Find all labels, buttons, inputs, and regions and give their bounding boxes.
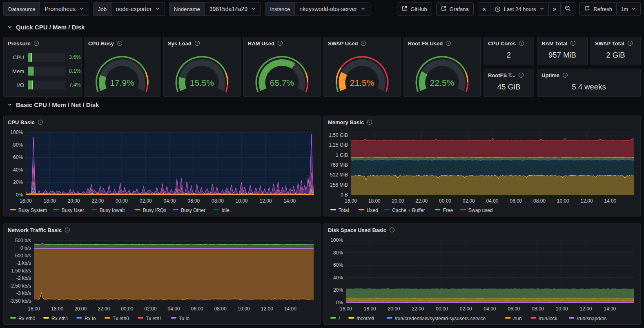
time-shift-back-button[interactable]: « <box>478 3 490 15</box>
filter-value-dropdown-job[interactable]: node-exporter <box>111 2 165 16</box>
legend-item-tx-lo[interactable]: Tx lo <box>179 316 189 321</box>
panel-title[interactable]: CPU Cores <box>488 40 516 47</box>
legend-item-idle[interactable]: Idle <box>222 208 230 213</box>
legend-item-tx-eth1[interactable]: Tx eth1 <box>146 316 162 321</box>
x-axis-tick: 12:00 <box>579 306 592 312</box>
x-axis-tick: 08:00 <box>533 198 546 204</box>
double-chevron-right-icon: » <box>553 6 557 12</box>
link-label: GitHub <box>410 6 427 12</box>
legend-item--run-credentials-systemd-sysusers-service[interactable]: /run/credentials/systemd-sysusers.servic… <box>395 316 486 321</box>
refresh-button[interactable]: Refresh <box>580 3 617 15</box>
info-icon[interactable] <box>519 40 524 46</box>
x-axis-tick: 04:00 <box>484 306 496 312</box>
info-icon[interactable] <box>627 40 633 46</box>
info-icon[interactable] <box>65 227 70 233</box>
panel-rootfs-used: Root FS Used22.5% <box>403 37 481 97</box>
memory-basic-svg: 0 B256 MiB512 MiB768 MiB1 GiB1.25 GiB1.5… <box>324 116 640 215</box>
panel-header: Pressure <box>4 37 81 49</box>
info-icon[interactable] <box>446 40 451 46</box>
section-basic-cpu-mem-net-disk[interactable]: Basic CPU / Mem / Net / Disk <box>7 101 99 108</box>
legend-item-cache-buffer[interactable]: Cache + Buffer <box>392 208 425 213</box>
refresh-icon <box>584 5 590 13</box>
legend-item-total[interactable]: Total <box>339 208 349 213</box>
legend-item--run-lock[interactable]: /run/lock <box>539 316 557 321</box>
x-axis-tick: 00:00 <box>436 306 448 312</box>
time-shift-forward-button[interactable]: » <box>549 3 561 15</box>
legend-item--run-snapd-ns[interactable]: /run/snapd/ns <box>577 316 607 321</box>
y-axis-tick: 768 MiB <box>330 162 348 168</box>
panel-header: RootFS T... <box>484 69 534 80</box>
chevron-down-icon <box>251 6 256 12</box>
panel-title[interactable]: RootFS T... <box>488 72 515 78</box>
panel-title[interactable]: RAM Used <box>248 40 274 47</box>
legend-item--[interactable]: / <box>339 316 340 321</box>
legend-item--run[interactable]: /run <box>513 316 522 321</box>
info-icon[interactable] <box>389 227 395 233</box>
y-axis-tick: 1.25 GiB <box>329 142 348 148</box>
stat-value: 45 GiB <box>484 80 534 96</box>
x-axis-tick: 04:00 <box>167 306 180 312</box>
time-range-picker[interactable]: Last 24 hours <box>490 3 549 15</box>
panel-title[interactable]: Uptime <box>541 72 559 78</box>
filter-value-dropdown-datasource[interactable]: Prometheus <box>40 2 88 16</box>
panel-title[interactable]: Sys Load <box>168 40 192 47</box>
legend-item-used[interactable]: Used <box>367 208 378 213</box>
legend-item-rx-eth0[interactable]: Rx eth0 <box>18 316 36 321</box>
legend-item-swap-used[interactable]: Swap used <box>468 208 492 213</box>
filter-value-dropdown-instance[interactable]: nkeysworld-obs-server <box>295 2 370 16</box>
info-icon[interactable] <box>117 40 123 46</box>
panel-title[interactable]: Root FS Used <box>408 40 443 47</box>
grafana-link-button[interactable]: Grafana <box>436 2 474 16</box>
github-link-button[interactable]: GitHub <box>397 2 432 16</box>
info-icon[interactable] <box>570 40 576 46</box>
panel-title[interactable]: Pressure <box>8 40 31 47</box>
x-axis-tick: 02:00 <box>140 198 152 204</box>
y-axis-tick: 20% <box>333 287 343 293</box>
stat-value: 957 MiB <box>537 49 587 65</box>
legend-item-busy-user[interactable]: Busy User <box>62 208 84 213</box>
y-axis-tick: -2 kb/s <box>16 275 31 281</box>
legend-item-busy-system[interactable]: Busy System <box>18 208 47 213</box>
info-icon[interactable] <box>361 40 366 46</box>
external-link-icon <box>402 6 407 12</box>
panel-title[interactable]: RAM Total <box>541 40 567 47</box>
toolbar-right: GitHubGrafana « Last 24 hours » <box>397 2 641 16</box>
zoom-out-time-button[interactable] <box>561 3 575 15</box>
info-icon[interactable] <box>562 72 568 78</box>
panel-title[interactable]: SWAP Total <box>595 40 624 47</box>
legend-item-busy-irqs[interactable]: Busy IRQs <box>143 208 166 213</box>
panel-header: SWAP Total <box>591 37 640 49</box>
info-icon[interactable] <box>194 40 200 46</box>
x-axis-tick: 12:00 <box>259 198 272 204</box>
info-icon[interactable] <box>277 40 283 46</box>
legend-item-busy-other[interactable]: Busy Other <box>181 208 205 213</box>
refresh-interval-picker[interactable]: 1m <box>617 3 640 15</box>
legend-item-rx-lo[interactable]: Rx lo <box>85 316 96 321</box>
info-icon[interactable] <box>367 119 372 125</box>
panel-title[interactable]: SWAP Used <box>328 40 358 47</box>
filter-value-dropdown-nodename[interactable]: 39815da14a29 <box>205 2 261 16</box>
legend-item-free[interactable]: Free <box>443 208 453 213</box>
section-quick-cpu-mem-disk[interactable]: Quick CPU / Mem / Disk <box>7 24 85 31</box>
x-axis-tick: 16:00 <box>345 198 357 204</box>
info-icon[interactable] <box>33 40 39 46</box>
panel-header: RAM Total <box>537 37 587 49</box>
legend-item--boot-efi[interactable]: /boot/efi <box>357 316 374 321</box>
x-axis-tick: 08:00 <box>532 306 544 312</box>
legend-item-tx-eth0[interactable]: Tx eth0 <box>113 316 129 321</box>
pressure-label: Mem <box>9 68 24 74</box>
gauge-value: 17.9% <box>110 78 134 87</box>
filter-label: Datasource <box>4 2 40 16</box>
panel-title[interactable]: CPU Busy <box>88 40 114 47</box>
x-axis-tick: 12:00 <box>261 306 273 312</box>
panel-header: CPU Cores <box>484 37 534 49</box>
x-axis-tick: 10:00 <box>556 306 568 312</box>
x-axis-tick: 10:00 <box>236 198 248 204</box>
panel-ram-total: RAM Total957 MiB <box>537 37 588 65</box>
info-icon[interactable] <box>38 119 43 125</box>
chevron-down-icon <box>361 6 365 12</box>
info-icon[interactable] <box>518 72 524 78</box>
gauge-value: 65.7% <box>270 78 294 87</box>
legend-item-rx-eth1[interactable]: Rx eth1 <box>51 316 69 321</box>
legend-item-busy-iowait[interactable]: Busy Iowait <box>100 208 125 213</box>
